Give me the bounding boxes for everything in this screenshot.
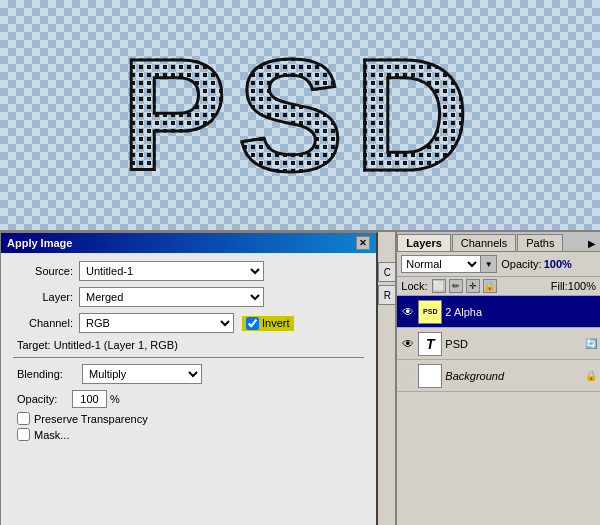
lock-all-icon[interactable]: 🔒 xyxy=(483,279,497,293)
ok-button-partial[interactable]: C xyxy=(378,262,396,282)
opacity-row: Opacity: 100 % xyxy=(13,390,364,408)
tab-channels[interactable]: Channels xyxy=(452,234,516,251)
target-value: Untitled-1 (Layer 1, RGB) xyxy=(54,339,178,351)
opacity-unit: % xyxy=(110,393,120,405)
layer-row: Layer: Merged xyxy=(13,287,364,307)
layer-thumb-2alpha: PSD xyxy=(418,300,442,324)
source-label: Source: xyxy=(13,265,73,277)
layer-name-background: Background xyxy=(445,370,585,382)
tab-paths[interactable]: Paths xyxy=(517,234,563,251)
preserve-transparency-checkbox[interactable] xyxy=(17,412,30,425)
target-row: Target: Untitled-1 (Layer 1, RGB) xyxy=(13,339,364,351)
dialog-title-text: Apply Image xyxy=(7,237,72,249)
canvas-psd-text: PSD xyxy=(121,23,480,207)
canvas-area: PSD xyxy=(0,0,600,230)
lock-row: Lock: ⬜ ✏ ✛ 🔒 Fill: 100% xyxy=(397,277,600,296)
layer-name-psd: PSD xyxy=(445,338,583,350)
channel-select-wrapper: RGB xyxy=(79,313,234,333)
blending-label: Blending: xyxy=(17,368,82,380)
mask-checkbox[interactable] xyxy=(17,428,30,441)
opacity-label: Opacity: xyxy=(17,393,72,405)
lock-label: Lock: xyxy=(401,280,427,292)
invert-checkbox-wrapper[interactable]: Invert xyxy=(242,316,294,331)
lock-position-icon[interactable]: ✛ xyxy=(466,279,480,293)
blending-select-wrapper: Multiply xyxy=(82,364,202,384)
blending-row: Blending: Multiply xyxy=(13,364,364,384)
mask-row: Mask... xyxy=(13,428,364,441)
channel-select[interactable]: RGB xyxy=(79,313,234,333)
layers-list: 👁 PSD 2 Alpha 👁 T PSD 🔄 👁 Background xyxy=(397,296,600,525)
apply-image-dialog: Apply Image ✕ Source: Untitled-1 Layer: … xyxy=(0,232,378,525)
source-row: Source: Untitled-1 xyxy=(13,261,364,281)
layer-visibility-2alpha[interactable]: 👁 xyxy=(400,304,416,320)
layer-item-background[interactable]: 👁 Background 🔒 xyxy=(397,360,600,392)
dialog-titlebar: Apply Image ✕ xyxy=(1,233,376,253)
layer-thumb-psd: T xyxy=(418,332,442,356)
layer-select-wrapper: Merged xyxy=(79,287,264,307)
lock-icons: ⬜ ✏ ✛ 🔒 xyxy=(432,279,497,293)
channel-row: Channel: RGB Invert xyxy=(13,313,364,333)
tab-layers[interactable]: Layers xyxy=(397,234,450,251)
blending-select[interactable]: Multiply xyxy=(82,364,202,384)
target-label: Target: xyxy=(17,339,51,351)
layer-label: Layer: xyxy=(13,291,73,303)
preserve-transparency-label: Preserve Transparency xyxy=(34,413,148,425)
ok-cancel-partial: C R xyxy=(378,232,396,525)
blend-mode-select[interactable]: Normal xyxy=(401,255,481,273)
source-select[interactable]: Untitled-1 xyxy=(79,261,264,281)
layer-select[interactable]: Merged xyxy=(79,287,264,307)
channel-label: Channel: xyxy=(13,317,73,329)
blend-select-wrap: Normal ▼ xyxy=(401,255,497,273)
layers-tabs: Layers Channels Paths ▶ xyxy=(397,232,600,252)
layer-item-2alpha[interactable]: 👁 PSD 2 Alpha xyxy=(397,296,600,328)
blend-mode-row: Normal ▼ Opacity: 100% xyxy=(397,252,600,277)
layer-visibility-background[interactable]: 👁 xyxy=(400,368,416,384)
blend-mode-arrow[interactable]: ▼ xyxy=(481,255,497,273)
preserve-transparency-row: Preserve Transparency xyxy=(13,412,364,425)
opacity-label-layers: Opacity: xyxy=(501,258,541,270)
opacity-value-layers[interactable]: 100% xyxy=(544,258,574,270)
invert-label: Invert xyxy=(262,317,290,329)
layer-item-psd[interactable]: 👁 T PSD 🔄 xyxy=(397,328,600,360)
mask-label: Mask... xyxy=(34,429,69,441)
opacity-input[interactable]: 100 xyxy=(72,390,107,408)
opacity-section: Opacity: 100% xyxy=(501,258,575,270)
re-button-partial[interactable]: R xyxy=(378,285,396,305)
layer-fx-icon: 🔄 xyxy=(585,338,597,349)
separator xyxy=(13,357,364,358)
dialog-close-button[interactable]: ✕ xyxy=(356,236,370,250)
fill-label: Fill: xyxy=(551,280,568,292)
layer-visibility-psd[interactable]: 👁 xyxy=(400,336,416,352)
invert-checkbox[interactable] xyxy=(246,317,259,330)
layers-panel: Layers Channels Paths ▶ Normal ▼ Opacity… xyxy=(396,232,600,525)
bottom-panel: Apply Image ✕ Source: Untitled-1 Layer: … xyxy=(0,230,600,525)
lock-image-icon[interactable]: ✏ xyxy=(449,279,463,293)
layer-thumb-background xyxy=(418,364,442,388)
layer-name-2alpha: 2 Alpha xyxy=(445,306,597,318)
fill-value[interactable]: 100% xyxy=(568,280,596,292)
layer-lock-icon: 🔒 xyxy=(585,370,597,381)
lock-transparent-icon[interactable]: ⬜ xyxy=(432,279,446,293)
dialog-body: Source: Untitled-1 Layer: Merged Cha xyxy=(1,253,376,452)
panel-menu-icon[interactable]: ▶ xyxy=(588,238,596,249)
source-select-wrapper: Untitled-1 xyxy=(79,261,264,281)
fill-section: Fill: 100% xyxy=(551,280,596,292)
